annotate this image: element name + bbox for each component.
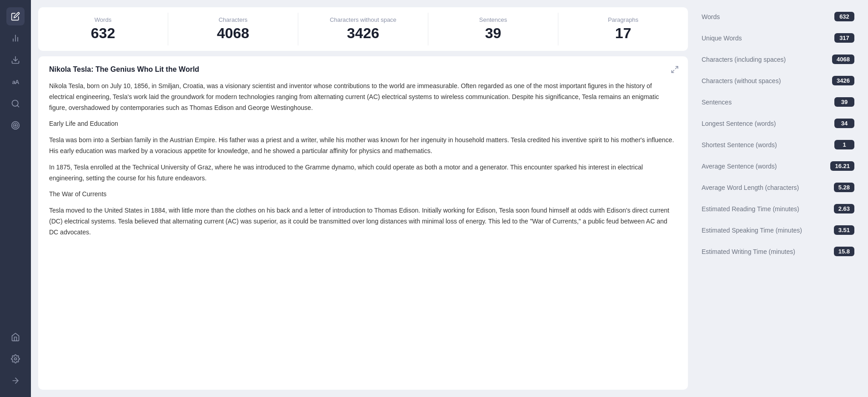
right-words-label: Words bbox=[702, 13, 720, 20]
home-icon[interactable] bbox=[6, 328, 25, 346]
right-chars-nospace-row: Characters (without spaces) 3426 bbox=[695, 71, 861, 90]
right-chars-spaces-badge: 4068 bbox=[832, 55, 854, 64]
arrow-right-icon[interactable] bbox=[6, 372, 25, 390]
right-unique-words-badge: 317 bbox=[834, 33, 854, 43]
svg-point-9 bbox=[15, 358, 17, 360]
words-stat: Words 632 bbox=[38, 13, 168, 45]
right-chars-nospace-badge: 3426 bbox=[832, 76, 854, 85]
characters-nospace-label: Characters without space bbox=[330, 16, 396, 23]
text-size-icon[interactable]: aA bbox=[6, 73, 25, 91]
right-longest-sentence-badge: 34 bbox=[834, 119, 854, 128]
main-area: Words 632 Characters 4068 Characters wit… bbox=[31, 0, 695, 397]
settings-icon[interactable] bbox=[6, 350, 25, 368]
right-reading-time-row: Estimated Reading Time (minutes) 2.63 bbox=[695, 199, 861, 218]
sentences-label: Sentences bbox=[479, 16, 507, 23]
paragraph-4: Tesla moved to the United States in 1884… bbox=[49, 205, 677, 238]
right-avg-word-length-row: Average Word Length (characters) 5.28 bbox=[695, 178, 861, 197]
right-unique-words-label: Unique Words bbox=[702, 35, 742, 42]
characters-label: Characters bbox=[219, 16, 248, 23]
right-avg-sentence-badge: 16.21 bbox=[830, 161, 854, 171]
right-words-badge: 632 bbox=[834, 12, 854, 21]
right-unique-words-row: Unique Words 317 bbox=[695, 29, 861, 47]
heading-war-of-currents: The War of Currents bbox=[49, 189, 677, 200]
svg-point-6 bbox=[12, 122, 20, 129]
svg-point-8 bbox=[15, 124, 16, 126]
characters-nospace-value: 3426 bbox=[347, 25, 379, 42]
paragraph-2: Tesla was born into a Serbian family in … bbox=[49, 135, 677, 157]
sidebar: aA bbox=[0, 0, 31, 397]
right-chars-spaces-row: Characters (including spaces) 4068 bbox=[695, 50, 861, 69]
right-writing-time-row: Estimated Writing Time (minutes) 15.8 bbox=[695, 242, 861, 261]
download-icon[interactable] bbox=[6, 51, 25, 69]
characters-stat: Characters 4068 bbox=[168, 13, 298, 45]
characters-nospace-stat: Characters without space 3426 bbox=[298, 13, 428, 45]
target-icon[interactable] bbox=[6, 116, 25, 134]
right-avg-sentence-row: Average Sentence (words) 16.21 bbox=[695, 157, 861, 175]
right-avg-sentence-label: Average Sentence (words) bbox=[702, 163, 777, 170]
paragraphs-stat: Paragraphs 17 bbox=[558, 13, 688, 45]
right-reading-time-badge: 2.63 bbox=[834, 204, 854, 213]
words-label: Words bbox=[95, 16, 111, 23]
paragraphs-value: 17 bbox=[615, 25, 632, 42]
right-avg-word-length-badge: 5.28 bbox=[834, 183, 854, 192]
editor-area: Nikola Tesla: The Genius Who Lit the Wor… bbox=[38, 56, 688, 390]
sentences-stat: Sentences 39 bbox=[428, 13, 558, 45]
right-sentences-badge: 39 bbox=[834, 97, 854, 107]
right-speaking-time-label: Estimated Speaking Time (minutes) bbox=[702, 227, 802, 234]
paragraph-1: Nikola Tesla, born on July 10, 1856, in … bbox=[49, 81, 677, 113]
svg-line-11 bbox=[676, 66, 678, 69]
sentences-value: 39 bbox=[485, 25, 502, 42]
right-reading-time-label: Estimated Reading Time (minutes) bbox=[702, 205, 799, 213]
svg-line-5 bbox=[17, 105, 19, 107]
right-chars-nospace-label: Characters (without spaces) bbox=[702, 77, 781, 84]
stats-bar: Words 632 Characters 4068 Characters wit… bbox=[38, 7, 688, 51]
right-writing-time-badge: 15.8 bbox=[834, 247, 854, 256]
right-chars-spaces-label: Characters (including spaces) bbox=[702, 56, 786, 63]
right-sentences-label: Sentences bbox=[702, 99, 732, 106]
right-speaking-time-row: Estimated Speaking Time (minutes) 3.51 bbox=[695, 221, 861, 239]
expand-icon[interactable] bbox=[671, 65, 679, 76]
paragraphs-label: Paragraphs bbox=[608, 16, 638, 23]
svg-line-12 bbox=[672, 70, 674, 73]
characters-value: 4068 bbox=[217, 25, 249, 42]
right-avg-word-length-label: Average Word Length (characters) bbox=[702, 184, 799, 191]
right-shortest-sentence-badge: 1 bbox=[834, 140, 854, 149]
right-sentences-row: Sentences 39 bbox=[695, 93, 861, 111]
svg-point-7 bbox=[13, 123, 18, 128]
words-value: 632 bbox=[91, 25, 115, 42]
search-icon[interactable] bbox=[6, 94, 25, 113]
edit-icon[interactable] bbox=[6, 7, 25, 25]
right-longest-sentence-label: Longest Sentence (words) bbox=[702, 120, 776, 127]
right-shortest-sentence-label: Shortest Sentence (words) bbox=[702, 141, 777, 149]
right-writing-time-label: Estimated Writing Time (minutes) bbox=[702, 248, 795, 255]
right-speaking-time-badge: 3.51 bbox=[834, 225, 854, 235]
paragraph-3: In 1875, Tesla enrolled at the Technical… bbox=[49, 162, 677, 184]
editor-title: Nikola Tesla: The Genius Who Lit the Wor… bbox=[49, 65, 677, 74]
chart-icon[interactable] bbox=[6, 29, 25, 47]
right-shortest-sentence-row: Shortest Sentence (words) 1 bbox=[695, 135, 861, 154]
editor-content[interactable]: Nikola Tesla, born on July 10, 1856, in … bbox=[49, 81, 677, 378]
right-panel: Words 632 Unique Words 317 Characters (i… bbox=[695, 0, 868, 397]
heading-early-life: Early Life and Education bbox=[49, 119, 677, 129]
right-words-row: Words 632 bbox=[695, 7, 861, 26]
right-longest-sentence-row: Longest Sentence (words) 34 bbox=[695, 114, 861, 133]
